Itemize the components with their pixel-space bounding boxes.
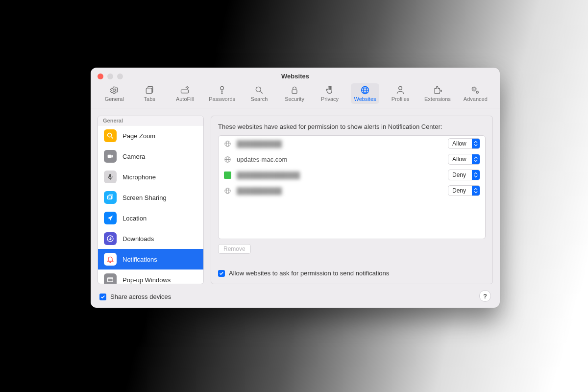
chevron-updown-icon bbox=[472, 170, 480, 180]
toolbar-websites[interactable]: Websites bbox=[351, 83, 379, 104]
gear-icon bbox=[109, 85, 120, 95]
toolbar-label: Privacy bbox=[321, 96, 339, 102]
sidebar-item-label: Screen Sharing bbox=[122, 194, 167, 201]
sidebar-item-label: Notifications bbox=[122, 256, 157, 263]
toolbar-label: Search bbox=[251, 96, 268, 102]
screens-icon bbox=[104, 191, 117, 204]
sidebar-item-label: Downloads bbox=[122, 235, 154, 243]
share-across-devices-checkbox[interactable]: Share across devices bbox=[99, 293, 171, 300]
toolbar-label: Passwords bbox=[209, 96, 235, 102]
gears-icon bbox=[470, 85, 481, 95]
site-domain: ██████████████ bbox=[237, 172, 443, 179]
svg-rect-5 bbox=[292, 90, 297, 94]
sidebar-item-popup-windows[interactable]: Pop-up Windows bbox=[98, 270, 203, 284]
toolbar-label: Security bbox=[285, 96, 304, 102]
share-across-devices-label: Share across devices bbox=[110, 293, 171, 300]
location-arrow-icon bbox=[104, 212, 117, 224]
toolbar-label: Advanced bbox=[464, 96, 488, 102]
sidebar-item-label: Location bbox=[122, 215, 147, 222]
toolbar-advanced[interactable]: Advanced bbox=[461, 83, 490, 104]
panel-intro-text: These websites have asked for permission… bbox=[218, 123, 486, 130]
sidebar-item-notifications[interactable]: Notifications bbox=[98, 249, 203, 270]
toolbar-extensions[interactable]: Extensions bbox=[421, 83, 454, 104]
sidebar-item-location[interactable]: Location bbox=[98, 208, 203, 228]
allow-ask-checkbox-row[interactable]: Allow websites to ask for permission to … bbox=[218, 270, 389, 277]
bell-icon bbox=[104, 253, 117, 266]
globe-grey-icon bbox=[223, 140, 232, 148]
toolbar-profiles[interactable]: Profiles bbox=[386, 83, 415, 104]
svg-rect-13 bbox=[109, 174, 111, 177]
table-row[interactable]: ██████████ Allow bbox=[219, 136, 485, 151]
toolbar-divider bbox=[91, 108, 500, 108]
svg-point-9 bbox=[473, 88, 475, 90]
table-row[interactable]: updates-mac.com Allow bbox=[219, 151, 485, 167]
download-icon bbox=[104, 232, 117, 245]
sidebar-item-label: Microphone bbox=[122, 173, 156, 181]
allow-ask-label: Allow websites to ask for permission to … bbox=[229, 270, 389, 277]
svg-rect-12 bbox=[108, 155, 112, 158]
toolbar-label: General bbox=[105, 96, 124, 102]
permission-select[interactable]: Allow bbox=[448, 138, 480, 149]
sidebar-item-label: Camera bbox=[122, 153, 145, 160]
camera-icon bbox=[104, 150, 117, 163]
site-domain: updates-mac.com bbox=[237, 156, 443, 163]
svg-point-4 bbox=[256, 87, 261, 92]
tabs-icon bbox=[144, 85, 155, 95]
table-row[interactable]: ██████████████ Deny bbox=[219, 167, 485, 183]
globe-icon bbox=[360, 85, 370, 95]
sidebar-item-label: Page Zoom bbox=[122, 132, 155, 140]
svg-rect-14 bbox=[108, 196, 112, 199]
person-icon bbox=[395, 85, 406, 95]
detail-panel: These websites have asked for permission… bbox=[211, 116, 493, 284]
permission-select[interactable]: Deny bbox=[448, 170, 480, 180]
sidebar-section-header: General bbox=[98, 116, 203, 125]
sidebar-item-downloads[interactable]: Downloads bbox=[98, 228, 203, 249]
sidebar-item-page-zoom[interactable]: Page Zoom bbox=[98, 125, 203, 146]
globe-grey-icon bbox=[223, 187, 232, 195]
help-button[interactable]: ? bbox=[479, 290, 491, 302]
sidebar-item-camera[interactable]: Camera bbox=[98, 146, 203, 167]
toolbar-search[interactable]: Search bbox=[245, 83, 273, 104]
toolbar-security[interactable]: Security bbox=[280, 83, 309, 104]
toolbar-label: Websites bbox=[354, 96, 376, 102]
websites-permission-table[interactable]: ██████████ Allow updates-mac.com Allow █… bbox=[218, 135, 486, 239]
favicon-green-icon bbox=[223, 171, 232, 179]
svg-point-10 bbox=[476, 91, 478, 93]
toolbar-label: AutoFill bbox=[176, 96, 194, 102]
chevron-updown-icon bbox=[472, 186, 480, 196]
sidebar-item-label: Pop-up Windows bbox=[122, 276, 171, 284]
sidebar: General Page Zoom Camera Microphone Scre… bbox=[98, 116, 204, 284]
checkbox-checked-icon bbox=[99, 294, 106, 300]
sidebar-item-screen-sharing[interactable]: Screen Sharing bbox=[98, 187, 203, 208]
permission-select[interactable]: Deny bbox=[448, 185, 480, 196]
permission-select[interactable]: Allow bbox=[448, 154, 480, 165]
site-domain: ██████████ bbox=[237, 187, 443, 195]
magnify-icon bbox=[104, 129, 117, 142]
toolbar-label: Profiles bbox=[392, 96, 410, 102]
chevron-updown-icon bbox=[472, 154, 480, 164]
puzzle-icon bbox=[432, 85, 443, 95]
microphone-icon bbox=[104, 171, 117, 183]
svg-point-0 bbox=[113, 89, 116, 92]
svg-rect-15 bbox=[109, 195, 113, 198]
remove-button[interactable]: Remove bbox=[218, 244, 251, 254]
toolbar-autofill[interactable]: AutoFill bbox=[171, 83, 199, 104]
checkbox-checked-icon bbox=[218, 270, 225, 277]
preferences-toolbar: General Tabs AutoFill Passwords Search S… bbox=[91, 82, 500, 109]
hand-icon bbox=[324, 85, 335, 95]
key-icon bbox=[217, 85, 227, 95]
toolbar-privacy[interactable]: Privacy bbox=[316, 83, 344, 104]
toolbar-label: Tabs bbox=[144, 96, 155, 102]
svg-rect-1 bbox=[147, 88, 152, 94]
window-icon bbox=[104, 273, 117, 284]
sidebar-item-microphone[interactable]: Microphone bbox=[98, 167, 203, 187]
lock-icon bbox=[289, 85, 300, 95]
pencil-field-icon bbox=[179, 85, 190, 95]
toolbar-tabs[interactable]: Tabs bbox=[135, 83, 164, 104]
table-row[interactable]: ██████████ Deny bbox=[219, 183, 485, 198]
toolbar-general[interactable]: General bbox=[100, 83, 128, 104]
svg-point-3 bbox=[220, 87, 224, 90]
toolbar-passwords[interactable]: Passwords bbox=[206, 83, 238, 104]
svg-point-11 bbox=[108, 133, 112, 137]
chevron-updown-icon bbox=[472, 139, 480, 148]
